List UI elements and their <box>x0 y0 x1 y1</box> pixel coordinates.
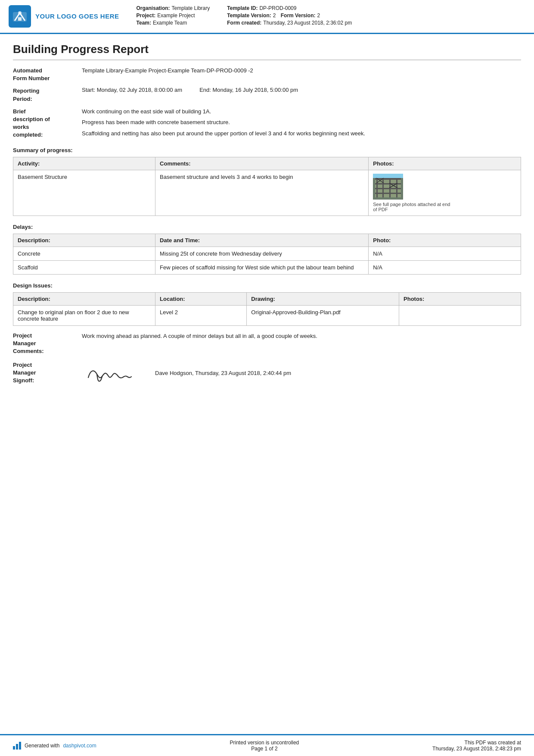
pm-comments-label: ProjectManagerComments: <box>13 332 82 356</box>
design-location-1: Level 2 <box>155 305 247 325</box>
delays-col-datetime: Date and Time: <box>155 234 369 247</box>
brief-desc-value: Work continuing on the east side wall of… <box>82 107 521 138</box>
meta-col-right: Template ID: DP-PROD-0009 Template Versi… <box>227 5 352 28</box>
footer-left: Generated with dashpivot.com <box>13 742 96 750</box>
form-version-value: 2 <box>317 12 320 19</box>
template-version-label: Template Version: <box>227 12 271 19</box>
brief-desc-row: Briefdescription ofworkscompleted: Work … <box>13 107 521 139</box>
footer-generated-text: Generated with <box>25 743 59 749</box>
form-created-row: Form created: Thursday, 23 August 2018, … <box>227 20 352 26</box>
delays-photo-1: N/A <box>369 247 521 260</box>
report-title: Building Progress Report <box>13 43 521 60</box>
form-fields: AutomatedForm Number Template Library-Ex… <box>13 66 521 139</box>
svg-rect-10 <box>382 178 384 197</box>
summary-table: Activity: Comments: Photos: Basement Str… <box>13 157 521 216</box>
project-row: Project: Example Project <box>137 12 210 19</box>
form-created-label: Form created: <box>227 20 261 26</box>
svg-rect-13 <box>373 174 403 178</box>
delays-col-photo: Photo: <box>369 234 521 247</box>
pm-comments-row: ProjectManagerComments: Work moving ahea… <box>13 332 521 356</box>
svg-rect-2 <box>18 17 22 21</box>
design-issues-table: Description: Location: Drawing: Photos: … <box>13 292 521 326</box>
signature-area: Dave Hodgson, Thursday, 23 August 2018, … <box>82 361 291 385</box>
design-desc-1: Change to original plan on floor 2 due t… <box>13 305 155 325</box>
form-version-label: Form Version: <box>281 12 316 19</box>
design-drawing-1: Original-Approved-Building-Plan.pdf <box>247 305 399 325</box>
brief-desc-label: Briefdescription ofworkscompleted: <box>13 107 82 139</box>
brief-desc-line-1: Work continuing on the east side wall of… <box>82 107 521 116</box>
delays-datetime-1: Missing 25t of concrete from Wednesday d… <box>155 247 369 260</box>
pm-signoff-row: ProjectManagerSignoff: Dave Hodgson, Thu… <box>13 361 521 385</box>
reporting-start: Start: Monday, 02 July 2018, 8:00:00 am <box>82 87 182 93</box>
team-value: Example Team <box>153 20 187 26</box>
svg-rect-9 <box>376 178 378 197</box>
summary-comments-1: Basement structure and levels 3 and 4 wo… <box>155 170 369 216</box>
summary-activity-1: Basement Structure <box>13 170 155 216</box>
delays-desc-1: Concrete <box>13 247 155 260</box>
design-issues-section-header: Design Issues: <box>13 282 521 289</box>
team-label: Team: <box>137 20 151 26</box>
design-col-desc: Description: <box>13 292 155 305</box>
logo-icon <box>9 5 31 28</box>
design-issues-row-1: Change to original plan on floor 2 due t… <box>13 305 521 325</box>
summary-col-activity: Activity: <box>13 157 155 170</box>
photo-thumbnail <box>373 174 403 200</box>
logo-section: YOUR LOGO GOES HERE <box>9 5 119 28</box>
footer-center: Printed version is uncontrolled Page 1 o… <box>230 740 299 752</box>
header-meta: Organisation: Template Library Project: … <box>128 5 521 28</box>
delays-col-desc: Description: <box>13 234 155 247</box>
summary-section-header: Summary of progress: <box>13 147 521 153</box>
photo-cell: See full page photos attached at end of … <box>373 174 516 212</box>
template-version-row: Template Version: 2 Form Version: 2 <box>227 12 352 19</box>
brief-desc-line-2: Progress has been made with concrete bas… <box>82 118 521 127</box>
template-id-label: Template ID: <box>227 5 258 11</box>
main-content: Building Progress Report AutomatedForm N… <box>0 34 534 567</box>
footer-generated-link[interactable]: dashpivot.com <box>63 743 96 749</box>
delays-row-1: Concrete Missing 25t of concrete from We… <box>13 247 521 260</box>
meta-col-left: Organisation: Template Library Project: … <box>137 5 210 28</box>
pm-signoff-label: ProjectManagerSignoff: <box>13 361 82 385</box>
org-row: Organisation: Template Library <box>137 5 210 11</box>
delays-datetime-2: Few pieces of scaffold missing for West … <box>155 260 369 274</box>
brief-desc-line-3: Scaffolding and netting has also been pu… <box>82 129 521 138</box>
reporting-period-value: Start: Monday, 02 July 2018, 8:00:00 am … <box>82 87 521 93</box>
template-version-value: 2 <box>273 12 276 19</box>
template-id-value: DP-PROD-0009 <box>259 5 296 11</box>
form-created-value: Thursday, 23 August 2018, 2:36:02 pm <box>263 20 352 26</box>
logo-text: YOUR LOGO GOES HERE <box>35 12 119 21</box>
template-id-row: Template ID: DP-PROD-0009 <box>227 5 352 11</box>
svg-point-1 <box>18 11 22 15</box>
form-number-row: AutomatedForm Number Template Library-Ex… <box>13 66 521 82</box>
design-photos-1 <box>399 305 521 325</box>
photo-caption: See full page photos attached at end of … <box>373 202 450 212</box>
team-row: Team: Example Team <box>137 20 210 26</box>
reporting-period-row: ReportingPeriod: Start: Monday, 02 July … <box>13 87 521 103</box>
project-value: Example Project <box>157 12 195 19</box>
delays-section-header: Delays: <box>13 224 521 230</box>
dashpivot-bar-icon <box>13 742 21 750</box>
design-col-location: Location: <box>155 292 247 305</box>
org-label: Organisation: <box>137 5 170 11</box>
design-col-photos: Photos: <box>399 292 521 305</box>
summary-col-comments: Comments: <box>155 157 369 170</box>
summary-table-header-row: Activity: Comments: Photos: <box>13 157 521 170</box>
summary-photos-1: See full page photos attached at end of … <box>369 170 521 216</box>
delays-row-2: Scaffold Few pieces of scaffold missing … <box>13 260 521 274</box>
delays-header-row: Description: Date and Time: Photo: <box>13 234 521 247</box>
delays-table: Description: Date and Time: Photo: Concr… <box>13 234 521 275</box>
org-value: Template Library <box>172 5 210 11</box>
footer-right: This PDF was created at Thursday, 23 Aug… <box>432 740 521 752</box>
footer-pdf-created: This PDF was created at Thursday, 23 Aug… <box>432 740 521 752</box>
footer-page: Page 1 of 2 <box>230 746 299 752</box>
project-label: Project: <box>137 12 156 19</box>
design-col-drawing: Drawing: <box>247 292 399 305</box>
delays-photo-2: N/A <box>369 260 521 274</box>
reporting-end: End: Monday, 16 July 2018, 5:00:00 pm <box>199 87 298 93</box>
pm-comments-value: Work moving ahead as planned. A couple o… <box>82 332 521 341</box>
page-header: YOUR LOGO GOES HERE Organisation: Templa… <box>0 0 534 34</box>
design-issues-header-row: Description: Location: Drawing: Photos: <box>13 292 521 305</box>
page-footer: Generated with dashpivot.com Printed ver… <box>0 734 534 756</box>
pm-section: ProjectManagerComments: Work moving ahea… <box>13 332 521 385</box>
summary-row-1: Basement Structure Basement structure an… <box>13 170 521 216</box>
footer-uncontrolled: Printed version is uncontrolled <box>230 740 299 746</box>
